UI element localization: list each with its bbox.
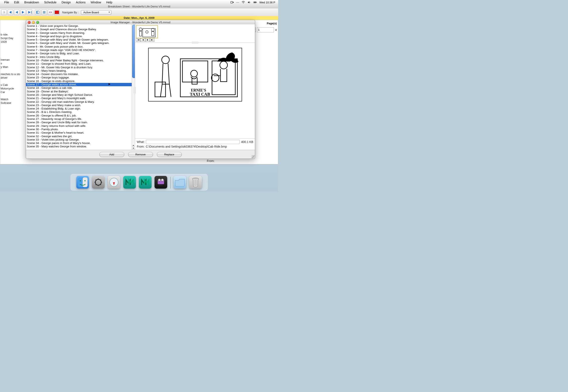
scene-row[interactable]: Scene 33 - Violet tries picking up Georg… <box>26 138 132 141</box>
view-list-button[interactable] <box>42 10 47 15</box>
scene-row[interactable]: Scene 24 - Establishing Bldg. & Loan sig… <box>26 107 132 110</box>
close-button[interactable] <box>28 21 31 24</box>
scene-row[interactable]: Scene 14 - Gower discovers his mistake. <box>26 72 132 76</box>
zoom-button[interactable] <box>36 21 39 24</box>
menu-window[interactable]: Window <box>88 0 104 4</box>
scroll-down-button[interactable]: ▼ <box>132 147 135 150</box>
image-manager-titlebar[interactable]: Image Manager - Wonderful Life Demo V5.m… <box>26 20 255 25</box>
scene-row[interactable]: Scene 5 - George with Mary and Violet. M… <box>26 42 132 45</box>
nav-prev-button[interactable] <box>8 10 13 15</box>
dock-finder[interactable] <box>76 176 89 189</box>
sheet-text: s Cab <box>0 83 26 87</box>
thumb-next-button[interactable]: ▶ <box>145 38 150 42</box>
scene-row[interactable]: Scene 20 - George and Mary at High Schoo… <box>26 93 132 97</box>
scene-row[interactable]: Scene 13 - Mary hears beating. <box>26 69 132 72</box>
scene-row[interactable]: Scene 28 - George and Uncle Billy wait f… <box>26 121 132 124</box>
sheet-text <box>0 47 26 51</box>
splitter-handle[interactable] <box>134 87 136 93</box>
add-button[interactable]: Add <box>99 152 124 157</box>
scene-row[interactable]: Scene 1 - Voice over prayers for George. <box>26 24 132 28</box>
scene-row[interactable]: Scene 4 - George and boys go to drugstor… <box>26 35 132 38</box>
scene-row[interactable]: Scene 35 - Mary watches George from wind… <box>26 145 132 148</box>
menu-actions[interactable]: Actions <box>73 0 88 4</box>
scene-row[interactable]: Scene 16 - George re-visits drugstore. <box>26 80 132 83</box>
pages-value[interactable]: 1 <box>257 27 274 32</box>
scene-row[interactable]: Scene 29 - Harry returns from school wit… <box>26 124 132 128</box>
menu-breakdown[interactable]: Breakdown <box>22 0 42 4</box>
sheet-text: driver <box>0 76 26 80</box>
sheet-text <box>0 80 26 83</box>
menu-extra-icon[interactable]: ⋯ <box>235 1 240 4</box>
svg-point-30 <box>84 180 86 182</box>
scene-row[interactable]: Scene 8 - George runs to Bldg. and Loan. <box>26 52 132 55</box>
scene-row[interactable]: Scene 34 - George paces in front of Mary… <box>26 141 132 145</box>
image-manager-window: Image Manager - Wonderful Life Demo V5.m… <box>26 20 255 159</box>
scene-row[interactable]: Scene 3 - George saves Harry from drowni… <box>26 31 132 35</box>
menu-file[interactable]: File <box>2 0 12 4</box>
thumb-last-button[interactable]: ▶| <box>150 38 154 42</box>
sheet-text: Script Day <box>0 36 26 40</box>
scene-row[interactable]: Scene 5 - George with Mary and Violet. M… <box>26 38 132 42</box>
menu-help[interactable]: Help <box>104 0 115 4</box>
scene-row[interactable]: Scene 2 - Joseph and Clarence discuss Ge… <box>26 28 132 31</box>
scene-row[interactable]: Scene 15 - George buys luggage. <box>26 76 132 79</box>
dock-trash[interactable] <box>189 176 202 189</box>
scene-row[interactable]: Scene 12 - Mr. Gower hits George in a dr… <box>26 66 132 69</box>
minimize-button[interactable] <box>32 21 35 24</box>
sheet-text <box>0 51 26 54</box>
scene-row[interactable]: Scene 19 - Dinner at the Baileys'. <box>26 90 132 93</box>
resize-handle[interactable] <box>251 155 254 158</box>
scrollbar-thumb[interactable] <box>132 25 135 78</box>
battery-icon[interactable] <box>252 1 258 4</box>
nav-first-button[interactable]: 3 <box>1 10 7 15</box>
menu-schedule[interactable]: Schedule <box>42 0 59 4</box>
from-value: C:\Documents and Settings\sk036374\Deskt… <box>146 144 227 149</box>
scene-row[interactable]: Scene 17 - George walks across street. <box>26 83 132 86</box>
svg-rect-6 <box>37 11 37 14</box>
scene-row[interactable]: Scene 32 - George watches the girl. <box>26 135 132 138</box>
scene-row[interactable]: Scene 27 - Heavenly recap of George's li… <box>26 117 132 121</box>
nav-next-button[interactable] <box>27 10 32 15</box>
scene-row[interactable]: Scene 30 - Family photo. <box>26 128 132 131</box>
scene-row[interactable]: Scene 6 - Mr. Gower puts poison pills in… <box>26 45 132 48</box>
replace-button[interactable]: Replace <box>157 152 182 157</box>
menubar-clock[interactable]: Wed 10:36 P <box>258 1 277 4</box>
dock-folder[interactable] <box>174 176 186 189</box>
dock-safari[interactable] <box>108 176 120 189</box>
scene-row[interactable]: Scene 25 - B & L Directors meeting. <box>26 110 132 114</box>
scene-row[interactable]: Scene 31 - George & Mother's heart-to-he… <box>26 131 132 134</box>
strip-resize-handle[interactable] <box>192 42 198 43</box>
scene-row[interactable]: Scene 22 - Grumpy old man watches George… <box>26 100 132 104</box>
volume-icon[interactable] <box>246 1 252 4</box>
dock-mm-app-2[interactable] <box>139 176 152 189</box>
nav-play-button[interactable] <box>20 10 26 15</box>
wifi-icon[interactable] <box>240 1 246 4</box>
dock-mm-app-1[interactable] <box>123 176 136 189</box>
scene-row[interactable]: Scene 26 - George is offered B & L job. <box>26 114 132 117</box>
scroll-up-button[interactable]: ▲ <box>132 144 135 147</box>
dock-imovie[interactable] <box>154 176 167 189</box>
back-icon <box>16 11 18 14</box>
svg-rect-7 <box>43 11 45 12</box>
thumb-first-button[interactable]: |◀ <box>136 38 140 42</box>
menu-edit[interactable]: Edit <box>12 0 22 4</box>
scene-row[interactable]: Scene 23 - George and Mary make a wish. <box>26 104 132 107</box>
navigate-by-combo[interactable]: Active Board <box>81 10 111 14</box>
camera-icon[interactable] <box>229 1 235 4</box>
thumb-prev-button[interactable]: ◀ <box>140 38 145 42</box>
flag-button[interactable] <box>54 10 60 15</box>
scene-row[interactable]: Scene 7 - George reads sign "ASK DAD HE … <box>26 48 132 52</box>
what-input[interactable] <box>146 140 240 144</box>
thumbnail[interactable] <box>136 25 158 38</box>
scene-row[interactable]: Scene 9 - Intro Uncle Billy. <box>26 56 132 59</box>
view-sheet-button[interactable] <box>35 10 41 15</box>
dock-system-prefs[interactable] <box>92 176 105 189</box>
scene-row[interactable]: Scene 10 - Potter and Peter Bailey fight… <box>26 59 132 62</box>
scene-row[interactable]: Scene 11 - George is shooed from Bldg. a… <box>26 62 132 66</box>
link-button[interactable] <box>48 10 53 15</box>
scene-row[interactable]: Scene 21 - George and Mary's moonlight w… <box>26 97 132 100</box>
menu-design[interactable]: Design <box>59 0 73 4</box>
nav-back-button[interactable] <box>14 10 19 15</box>
remove-button[interactable]: Remove <box>128 152 153 157</box>
scene-row[interactable]: Scene 18 - George takes a cab ride. <box>26 86 132 90</box>
